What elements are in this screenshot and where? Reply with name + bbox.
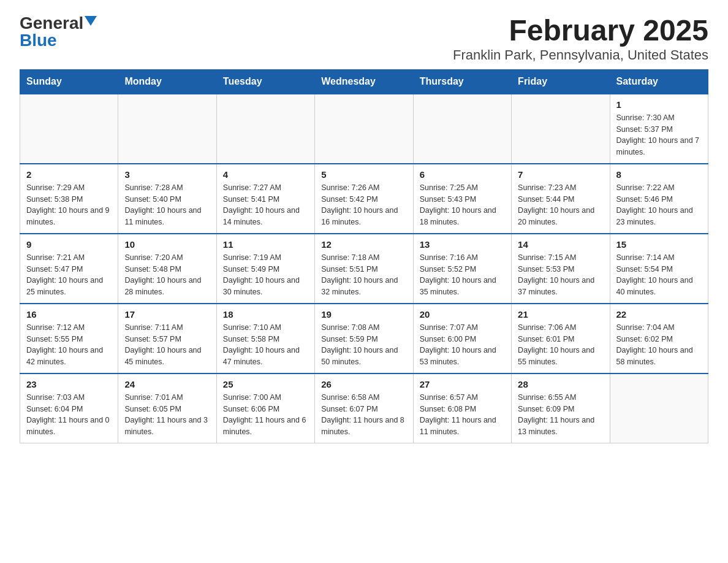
day-number: 23: [26, 379, 112, 389]
calendar-week-row: 9Sunrise: 7:21 AMSunset: 5:47 PMDaylight…: [20, 234, 708, 304]
day-number: 16: [26, 309, 112, 320]
calendar-cell: 1Sunrise: 7:30 AMSunset: 5:37 PMDaylight…: [610, 94, 708, 164]
day-info: Sunrise: 7:10 AMSunset: 5:58 PMDaylight:…: [223, 322, 308, 368]
calendar-cell: 6Sunrise: 7:25 AMSunset: 5:43 PMDaylight…: [413, 164, 511, 234]
calendar-cell: 4Sunrise: 7:27 AMSunset: 5:41 PMDaylight…: [216, 164, 314, 234]
day-number: 14: [518, 239, 603, 250]
calendar-week-row: 16Sunrise: 7:12 AMSunset: 5:55 PMDayligh…: [20, 304, 708, 373]
day-info: Sunrise: 7:30 AMSunset: 5:37 PMDaylight:…: [616, 112, 702, 158]
day-info: Sunrise: 7:16 AMSunset: 5:52 PMDaylight:…: [420, 252, 505, 298]
calendar-cell: 7Sunrise: 7:23 AMSunset: 5:44 PMDaylight…: [512, 164, 610, 234]
weekday-header-saturday: Saturday: [610, 69, 708, 94]
weekday-header-friday: Friday: [512, 69, 610, 94]
day-info: Sunrise: 6:57 AMSunset: 6:08 PMDaylight:…: [420, 392, 505, 438]
logo-triangle-icon: [85, 16, 97, 26]
day-info: Sunrise: 7:19 AMSunset: 5:49 PMDaylight:…: [223, 252, 308, 298]
calendar-cell: 9Sunrise: 7:21 AMSunset: 5:47 PMDaylight…: [20, 234, 118, 304]
day-info: Sunrise: 7:03 AMSunset: 6:04 PMDaylight:…: [26, 392, 112, 438]
calendar-cell: 18Sunrise: 7:10 AMSunset: 5:58 PMDayligh…: [216, 304, 314, 373]
calendar-cell: 26Sunrise: 6:58 AMSunset: 6:07 PMDayligh…: [315, 373, 413, 443]
calendar-cell: [512, 94, 610, 164]
calendar-header-row: SundayMondayTuesdayWednesdayThursdayFrid…: [20, 69, 708, 94]
day-number: 6: [420, 169, 505, 180]
calendar-subtitle: Franklin Park, Pennsylvania, United Stat…: [453, 47, 708, 63]
day-info: Sunrise: 7:04 AMSunset: 6:02 PMDaylight:…: [616, 322, 702, 368]
day-info: Sunrise: 7:21 AMSunset: 5:47 PMDaylight:…: [26, 252, 112, 298]
calendar-cell: [315, 94, 413, 164]
day-number: 5: [321, 169, 406, 180]
calendar-cell: 23Sunrise: 7:03 AMSunset: 6:04 PMDayligh…: [20, 373, 118, 443]
logo: General Blue: [20, 15, 97, 49]
weekday-header-thursday: Thursday: [413, 69, 511, 94]
calendar-cell: 20Sunrise: 7:07 AMSunset: 6:00 PMDayligh…: [413, 304, 511, 373]
day-info: Sunrise: 7:28 AMSunset: 5:40 PMDaylight:…: [124, 182, 210, 228]
day-number: 24: [124, 379, 210, 389]
calendar-cell: 3Sunrise: 7:28 AMSunset: 5:40 PMDaylight…: [118, 164, 216, 234]
day-number: 1: [616, 99, 702, 110]
day-number: 18: [223, 309, 308, 320]
day-info: Sunrise: 7:01 AMSunset: 6:05 PMDaylight:…: [124, 392, 210, 438]
weekday-header-wednesday: Wednesday: [315, 69, 413, 94]
calendar-week-row: 23Sunrise: 7:03 AMSunset: 6:04 PMDayligh…: [20, 373, 708, 443]
day-number: 13: [420, 239, 505, 250]
calendar-cell: 17Sunrise: 7:11 AMSunset: 5:57 PMDayligh…: [118, 304, 216, 373]
calendar-cell: 8Sunrise: 7:22 AMSunset: 5:46 PMDaylight…: [610, 164, 708, 234]
calendar-cell: 19Sunrise: 7:08 AMSunset: 5:59 PMDayligh…: [315, 304, 413, 373]
calendar-cell: 2Sunrise: 7:29 AMSunset: 5:38 PMDaylight…: [20, 164, 118, 234]
calendar-title: February 2025: [453, 15, 708, 47]
day-number: 9: [26, 239, 112, 250]
day-info: Sunrise: 7:26 AMSunset: 5:42 PMDaylight:…: [321, 182, 406, 228]
day-info: Sunrise: 7:18 AMSunset: 5:51 PMDaylight:…: [321, 252, 406, 298]
calendar-cell: 25Sunrise: 7:00 AMSunset: 6:06 PMDayligh…: [216, 373, 314, 443]
day-info: Sunrise: 6:58 AMSunset: 6:07 PMDaylight:…: [321, 392, 406, 438]
page-header: General Blue February 2025 Franklin Park…: [20, 15, 708, 63]
calendar-cell: [20, 94, 118, 164]
day-number: 20: [420, 309, 505, 320]
calendar-cell: 27Sunrise: 6:57 AMSunset: 6:08 PMDayligh…: [413, 373, 511, 443]
weekday-header-sunday: Sunday: [20, 69, 118, 94]
calendar-cell: [610, 373, 708, 443]
calendar-cell: [413, 94, 511, 164]
day-number: 17: [124, 309, 210, 320]
calendar-cell: 28Sunrise: 6:55 AMSunset: 6:09 PMDayligh…: [512, 373, 610, 443]
calendar-cell: 14Sunrise: 7:15 AMSunset: 5:53 PMDayligh…: [512, 234, 610, 304]
day-number: 4: [223, 169, 308, 180]
day-number: 7: [518, 169, 603, 180]
day-info: Sunrise: 7:20 AMSunset: 5:48 PMDaylight:…: [124, 252, 210, 298]
calendar-cell: 13Sunrise: 7:16 AMSunset: 5:52 PMDayligh…: [413, 234, 511, 304]
day-number: 26: [321, 379, 406, 389]
calendar-cell: [216, 94, 314, 164]
calendar-week-row: 2Sunrise: 7:29 AMSunset: 5:38 PMDaylight…: [20, 164, 708, 234]
calendar-cell: 16Sunrise: 7:12 AMSunset: 5:55 PMDayligh…: [20, 304, 118, 373]
logo-blue: Blue: [20, 32, 57, 49]
day-info: Sunrise: 7:11 AMSunset: 5:57 PMDaylight:…: [124, 322, 210, 368]
calendar-cell: [118, 94, 216, 164]
day-info: Sunrise: 7:08 AMSunset: 5:59 PMDaylight:…: [321, 322, 406, 368]
calendar-cell: 11Sunrise: 7:19 AMSunset: 5:49 PMDayligh…: [216, 234, 314, 304]
title-block: February 2025 Franklin Park, Pennsylvani…: [453, 15, 708, 63]
weekday-header-tuesday: Tuesday: [216, 69, 314, 94]
logo-general: General: [20, 15, 83, 32]
day-info: Sunrise: 7:22 AMSunset: 5:46 PMDaylight:…: [616, 182, 702, 228]
day-info: Sunrise: 7:23 AMSunset: 5:44 PMDaylight:…: [518, 182, 603, 228]
day-info: Sunrise: 7:25 AMSunset: 5:43 PMDaylight:…: [420, 182, 505, 228]
calendar-cell: 22Sunrise: 7:04 AMSunset: 6:02 PMDayligh…: [610, 304, 708, 373]
day-number: 15: [616, 239, 702, 250]
day-number: 8: [616, 169, 702, 180]
day-number: 28: [518, 379, 603, 389]
calendar-week-row: 1Sunrise: 7:30 AMSunset: 5:37 PMDaylight…: [20, 94, 708, 164]
day-info: Sunrise: 7:27 AMSunset: 5:41 PMDaylight:…: [223, 182, 308, 228]
day-info: Sunrise: 7:15 AMSunset: 5:53 PMDaylight:…: [518, 252, 603, 298]
day-number: 25: [223, 379, 308, 389]
day-info: Sunrise: 7:14 AMSunset: 5:54 PMDaylight:…: [616, 252, 702, 298]
day-info: Sunrise: 7:06 AMSunset: 6:01 PMDaylight:…: [518, 322, 603, 368]
calendar-cell: 12Sunrise: 7:18 AMSunset: 5:51 PMDayligh…: [315, 234, 413, 304]
day-number: 2: [26, 169, 112, 180]
day-info: Sunrise: 7:12 AMSunset: 5:55 PMDaylight:…: [26, 322, 112, 368]
day-number: 27: [420, 379, 505, 389]
day-number: 22: [616, 309, 702, 320]
day-info: Sunrise: 7:29 AMSunset: 5:38 PMDaylight:…: [26, 182, 112, 228]
calendar-cell: 15Sunrise: 7:14 AMSunset: 5:54 PMDayligh…: [610, 234, 708, 304]
calendar-cell: 5Sunrise: 7:26 AMSunset: 5:42 PMDaylight…: [315, 164, 413, 234]
day-number: 10: [124, 239, 210, 250]
